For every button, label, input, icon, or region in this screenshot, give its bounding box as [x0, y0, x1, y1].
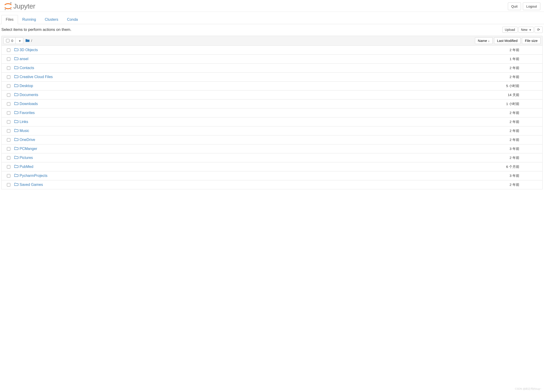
row-checkbox[interactable]	[7, 48, 10, 52]
sort-modified-button[interactable]: Last Modified	[494, 37, 520, 44]
row-checkbox-wrap	[4, 156, 13, 160]
row-checkbox[interactable]	[7, 147, 10, 151]
list-item: Favorites2 年前	[1, 108, 543, 118]
folder-icon	[13, 111, 20, 115]
row-checkbox[interactable]	[7, 129, 10, 133]
row-checkbox[interactable]	[7, 183, 10, 187]
tab-conda[interactable]: Conda	[63, 15, 82, 24]
row-checkbox-wrap	[4, 66, 13, 70]
toolbar-prompt: Select items to perform actions on them.	[1, 27, 71, 32]
row-checkbox-wrap	[4, 174, 13, 178]
folder-icon	[13, 137, 20, 142]
row-checkbox[interactable]	[7, 93, 10, 97]
tab-running[interactable]: Running	[18, 15, 41, 24]
chevron-down-icon	[529, 30, 531, 31]
item-name-link[interactable]: Creative Cloud Files	[20, 75, 53, 79]
breadcrumb: /	[26, 39, 32, 43]
item-name-link[interactable]: ansel	[20, 57, 28, 61]
file-list: 0 / Name ↓ Last Modified File size 3D Ob…	[1, 36, 543, 189]
quit-button[interactable]: Quit	[508, 3, 521, 10]
row-checkbox-wrap	[4, 183, 13, 187]
item-name-link[interactable]: 3D Objects	[20, 48, 38, 52]
list-item: Music2 年前	[1, 126, 543, 136]
sort-size-button[interactable]: File size	[522, 37, 541, 44]
folder-icon	[13, 57, 20, 61]
list-item: Downloads1 小时前	[1, 100, 543, 108]
item-name-link[interactable]: Pictures	[20, 156, 33, 160]
item-name-link[interactable]: PycharmProjects	[20, 174, 47, 178]
item-modified: 2 年前	[494, 129, 522, 133]
rows-container: 3D Objects2 年前ansel1 年前Contacts2 年前Creat…	[1, 46, 543, 189]
row-checkbox[interactable]	[7, 75, 10, 79]
select-menu-button[interactable]	[16, 37, 23, 44]
item-modified: 5 小时前	[494, 84, 522, 88]
select-all-checkbox[interactable]	[6, 39, 9, 42]
item-name-link[interactable]: Links	[20, 120, 28, 124]
row-checkbox[interactable]	[7, 156, 10, 160]
row-checkbox-wrap	[4, 75, 13, 79]
item-modified: 6 个月前	[494, 165, 522, 169]
svg-point-0	[10, 2, 12, 3]
logout-button[interactable]: Logout	[523, 3, 540, 10]
select-all-left[interactable]: 0	[4, 37, 16, 44]
logo[interactable]: Jupyter	[4, 2, 35, 11]
row-checkbox-wrap	[4, 48, 13, 52]
item-name-link[interactable]: Music	[20, 129, 29, 133]
item-modified: 2 年前	[494, 75, 522, 79]
list-header: 0 / Name ↓ Last Modified File size	[1, 36, 543, 46]
item-modified: 2 年前	[494, 120, 522, 124]
svg-point-2	[11, 9, 11, 10]
item-name-link[interactable]: PubMed	[20, 165, 33, 169]
item-name-link[interactable]: OneDrive	[20, 138, 35, 142]
tab-clusters[interactable]: Clusters	[40, 15, 63, 24]
tab-files[interactable]: Files	[1, 15, 18, 24]
row-checkbox[interactable]	[7, 66, 10, 70]
row-checkbox-wrap	[4, 147, 13, 151]
tabs: Files Running Clusters Conda	[0, 15, 544, 24]
item-modified: 14 天前	[494, 93, 522, 97]
row-checkbox[interactable]	[7, 174, 10, 178]
list-item: PCManger3 年前	[1, 144, 543, 153]
folder-icon	[13, 129, 20, 133]
row-checkbox[interactable]	[7, 84, 10, 88]
row-checkbox-wrap	[4, 57, 13, 61]
toolbar: Select items to perform actions on them.…	[0, 24, 544, 35]
item-modified: 2 年前	[494, 183, 522, 187]
folder-icon[interactable]	[26, 39, 30, 43]
refresh-button[interactable]: ⟳	[535, 26, 543, 33]
folder-icon	[13, 164, 20, 169]
row-checkbox[interactable]	[7, 120, 10, 124]
item-name-link[interactable]: Saved Games	[20, 183, 43, 187]
row-checkbox-wrap	[4, 102, 13, 106]
row-checkbox[interactable]	[7, 111, 10, 115]
item-name-link[interactable]: Favorites	[20, 111, 35, 115]
sort-name-button[interactable]: Name ↓	[475, 37, 493, 44]
upload-button[interactable]: Upload	[502, 27, 518, 33]
item-modified: 3 年前	[494, 174, 522, 178]
row-checkbox[interactable]	[7, 57, 10, 61]
item-modified: 2 年前	[494, 156, 522, 160]
folder-icon	[13, 182, 20, 187]
list-item: Contacts2 年前	[1, 64, 543, 72]
selected-count: 0	[11, 39, 13, 43]
row-checkbox-wrap	[4, 120, 13, 124]
row-checkbox[interactable]	[7, 138, 10, 142]
header-buttons: Quit Logout	[508, 3, 540, 10]
item-modified: 2 年前	[494, 138, 522, 142]
new-button[interactable]: New	[518, 27, 534, 33]
item-name-link[interactable]: Contacts	[20, 66, 34, 70]
item-name-link[interactable]: Desktop	[20, 84, 33, 88]
item-name-link[interactable]: Downloads	[20, 102, 38, 106]
item-modified: 2 年前	[494, 48, 522, 52]
folder-icon	[13, 155, 20, 160]
row-checkbox-wrap	[4, 84, 13, 88]
item-name-link[interactable]: Documents	[20, 93, 38, 97]
row-checkbox-wrap	[4, 165, 13, 169]
logo-text: Jupyter	[13, 2, 35, 10]
select-all-group: 0	[3, 37, 23, 44]
row-checkbox[interactable]	[7, 102, 10, 106]
row-checkbox[interactable]	[7, 165, 10, 169]
toolbar-right: Upload New ⟳	[502, 26, 543, 33]
row-checkbox-wrap	[4, 129, 13, 133]
item-name-link[interactable]: PCManger	[20, 147, 37, 151]
